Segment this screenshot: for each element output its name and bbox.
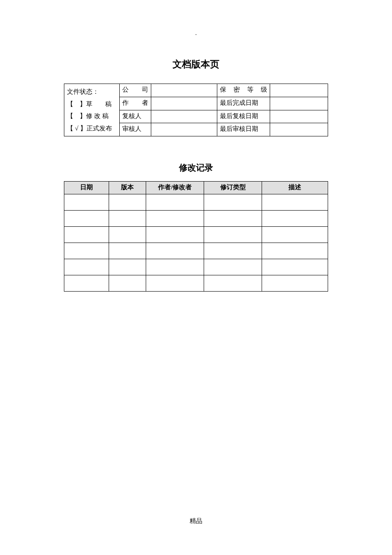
value-author — [151, 97, 217, 110]
cell — [146, 275, 204, 292]
cell — [204, 243, 262, 259]
label-approver: 审核人 — [119, 123, 151, 136]
label-secrecy: 保 密 等 级 — [217, 84, 270, 97]
cell — [64, 259, 109, 275]
header-version: 版本 — [109, 182, 146, 194]
title-version-page: 文档版本页 — [64, 58, 328, 71]
status-option-published: 【 √ 】正式发布 — [67, 122, 117, 135]
title-revision-record: 修改记录 — [64, 162, 328, 173]
status-heading: 文件状态： — [67, 86, 117, 98]
cell — [262, 275, 328, 292]
header-date: 日期 — [64, 182, 109, 194]
cell — [146, 211, 204, 227]
cell — [109, 194, 146, 211]
cell — [109, 243, 146, 259]
cell — [64, 275, 109, 292]
cell — [146, 243, 204, 259]
label-company: 公 司 — [119, 84, 151, 97]
cell — [64, 227, 109, 243]
cell — [109, 227, 146, 243]
table-row — [64, 227, 328, 243]
cell — [146, 194, 204, 211]
table-row — [64, 243, 328, 259]
header-revision-type: 修订类型 — [204, 182, 262, 194]
label-approve-date: 最后审核日期 — [217, 123, 270, 136]
table-row — [64, 211, 328, 227]
value-company — [151, 84, 217, 97]
cell — [146, 227, 204, 243]
label-author: 作 者 — [119, 97, 151, 110]
cell — [262, 259, 328, 275]
cell — [204, 227, 262, 243]
cell — [204, 194, 262, 211]
value-approver — [151, 123, 217, 136]
table-row — [64, 194, 328, 211]
table-row — [64, 259, 328, 275]
header-description: 描述 — [262, 182, 328, 194]
value-approve-date — [270, 123, 328, 136]
value-review-date — [270, 110, 328, 123]
file-status-cell: 文件状态： 【 】草 稿 【 】修 改 稿 【 √ 】正式发布 — [64, 84, 120, 136]
label-reviewer: 复核人 — [119, 110, 151, 123]
footer-text: 精品 — [0, 517, 392, 525]
cell — [262, 211, 328, 227]
version-info-table: 文件状态： 【 】草 稿 【 】修 改 稿 【 √ 】正式发布 公 司 保 密 … — [64, 84, 328, 136]
label-review-date: 最后复核日期 — [217, 110, 270, 123]
cell — [204, 259, 262, 275]
page-content: . 文档版本页 文件状态： 【 】草 稿 【 】修 改 稿 【 √ 】正式发布 … — [0, 0, 392, 292]
cell — [262, 227, 328, 243]
label-complete-date: 最后完成日期 — [217, 97, 270, 110]
table-row — [64, 275, 328, 292]
cell — [204, 211, 262, 227]
revision-table: 日期 版本 作者/修改者 修订类型 描述 — [64, 181, 328, 292]
cell — [64, 211, 109, 227]
revision-header-row: 日期 版本 作者/修改者 修订类型 描述 — [64, 182, 328, 194]
cell — [64, 243, 109, 259]
value-reviewer — [151, 110, 217, 123]
cell — [262, 194, 328, 211]
table-row: 文件状态： 【 】草 稿 【 】修 改 稿 【 √ 】正式发布 公 司 保 密 … — [64, 84, 328, 97]
top-marker: . — [64, 30, 328, 37]
value-secrecy — [270, 84, 328, 97]
cell — [204, 275, 262, 292]
cell — [109, 211, 146, 227]
status-option-revised: 【 】修 改 稿 — [67, 110, 117, 122]
cell — [109, 259, 146, 275]
cell — [146, 259, 204, 275]
header-author: 作者/修改者 — [146, 182, 204, 194]
value-complete-date — [270, 97, 328, 110]
cell — [109, 275, 146, 292]
status-option-draft: 【 】草 稿 — [67, 98, 117, 110]
cell — [64, 194, 109, 211]
cell — [262, 243, 328, 259]
